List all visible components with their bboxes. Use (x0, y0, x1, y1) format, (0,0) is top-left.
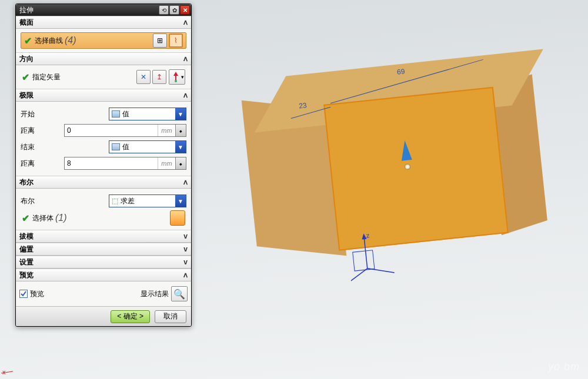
undo-button[interactable]: ⟲ (159, 5, 169, 15)
distance2-input[interactable]: mm ⬥ (64, 157, 186, 170)
select-curve-row[interactable]: ✔ 选择曲线 (4) ⊞ ⌇ (21, 32, 186, 49)
subtract-icon: ⬚ (112, 197, 118, 205)
cancel-button[interactable]: 取消 (155, 310, 186, 323)
end-label: 结束 (21, 142, 109, 152)
cube-icon (112, 143, 120, 150)
magnifier-icon: 🔍 (173, 289, 185, 300)
select-body-row[interactable]: ✔ 选择体 (1) (21, 210, 186, 226)
chevron-up-icon: ʌ (183, 55, 188, 63)
boolean-label: 布尔 (21, 196, 109, 206)
specify-vector-row[interactable]: ✔ 指定矢量 ✕ ↥ ▾ (21, 69, 186, 85)
close-button[interactable]: ✕ (180, 5, 190, 15)
section-header-settings[interactable]: 设置 v (16, 256, 191, 269)
watermark: yo bm (548, 361, 580, 373)
chevron-up-icon: ʌ (183, 178, 188, 186)
section-header-boolean[interactable]: 布尔 ʌ (16, 176, 191, 189)
cube-icon (112, 110, 120, 118)
spin-button[interactable]: ⬥ (175, 157, 186, 169)
direction-arrow-icon[interactable] (399, 140, 412, 161)
axis-icon: ↥ (156, 73, 162, 81)
check-icon: ✔ (24, 35, 32, 46)
solid-body-icon[interactable] (170, 210, 185, 226)
section-header-limits[interactable]: 极限 ʌ (16, 89, 191, 102)
boolean-dropdown[interactable]: ⬚ 求差 ▼ (109, 194, 186, 207)
chevron-down-icon: v (183, 245, 188, 253)
distance2-label: 距离 (21, 159, 64, 169)
vector-constructor-button[interactable]: ▾ (169, 69, 185, 85)
distance1-label: 距离 (21, 126, 64, 136)
chevron-down-icon: ▼ (175, 141, 186, 153)
origin-x-axis: x (2, 368, 6, 375)
dimension-23: 23 (298, 101, 307, 110)
chevron-up-icon: ʌ (183, 91, 188, 99)
dialog-title: 拉伸 (17, 5, 158, 15)
show-result-label: 显示结果 (141, 289, 169, 299)
dimension-69: 69 (396, 67, 405, 76)
svg-line-2 (368, 266, 395, 276)
chevron-down-icon: ▼ (175, 108, 186, 120)
section-header-offset[interactable]: 偏置 v (16, 243, 191, 256)
close-icon: ✕ (183, 7, 188, 14)
svg-line-0 (364, 236, 368, 269)
ok-button[interactable]: < 确定 > (111, 310, 150, 323)
swap-icon: ✕ (141, 73, 146, 81)
distance1-input[interactable]: mm ⬥ (64, 124, 186, 137)
section-header-direction[interactable]: 方向 ʌ (16, 52, 191, 65)
svg-marker-6 (173, 72, 178, 76)
titlebar[interactable]: 拉伸 ⟲ ✿ ✕ (16, 4, 191, 16)
check-icon: ✔ (22, 213, 29, 224)
svg-rect-4 (353, 250, 375, 271)
end-dropdown[interactable]: 值 ▼ (109, 140, 186, 153)
solid-preview: 69 23 z (244, 50, 556, 262)
coordinate-axes: z (346, 230, 398, 284)
start-dropdown[interactable]: 值 ▼ (109, 108, 186, 120)
section-header-preview[interactable]: 预览 ʌ (16, 269, 191, 281)
vector-axis-button[interactable]: ↥ (152, 70, 166, 84)
check-icon: ✔ (22, 72, 29, 83)
start-label: 开始 (21, 109, 109, 119)
sketch-button[interactable]: ⊞ (153, 33, 167, 48)
preview-label: 预览 (30, 289, 44, 299)
spin-button[interactable]: ⬥ (175, 125, 186, 136)
section-header-section[interactable]: 截面 ʌ (16, 16, 191, 29)
chevron-up-icon: ʌ (183, 18, 188, 26)
section-header-draft[interactable]: 拔模 v (16, 230, 191, 243)
viewport-3d[interactable]: 69 23 z ▼ 结束 ⬥ (194, 0, 588, 379)
preview-checkbox[interactable] (19, 290, 28, 298)
dialog-footer: < 确定 > 取消 (16, 306, 191, 326)
reverse-vector-button[interactable]: ✕ (136, 70, 151, 84)
grid-icon: ⊞ (157, 36, 163, 45)
gear-icon: ✿ (172, 7, 177, 14)
chevron-down-icon: v (183, 258, 188, 266)
show-result-button[interactable]: 🔍 (171, 286, 188, 301)
chevron-up-icon: ʌ (183, 271, 188, 279)
curve-icon: ⌇ (174, 36, 178, 45)
svg-point-7 (175, 80, 177, 82)
curve-rule-button[interactable]: ⌇ (169, 33, 183, 48)
chevron-down-icon: ▼ (175, 195, 186, 207)
chevron-down-icon: v (183, 232, 188, 240)
extrude-dialog: 拉伸 ⟲ ✿ ✕ 截面 ʌ ✔ 选择曲线 (4) ⊞ ⌇ 方向 ʌ (15, 4, 192, 327)
settings-button[interactable]: ✿ (169, 5, 179, 15)
